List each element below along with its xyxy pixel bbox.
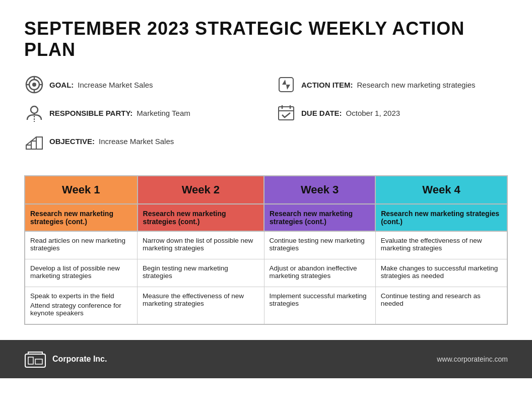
due-label: DUE DATE: xyxy=(301,109,342,117)
svg-point-7 xyxy=(31,106,38,113)
week2-row3-cell: Measure the effectiveness of new marketi… xyxy=(138,287,264,325)
page-title: SEPTEMBER 2023 STRATEGIC WEEKLY ACTION P… xyxy=(24,18,508,60)
footer-brand: Corporate Inc. xyxy=(24,350,107,368)
week2-row2-cell: Begin testing new marketing strategies xyxy=(138,259,264,287)
week3-row3-cell: Implement successful marketing strategie… xyxy=(264,287,375,325)
cell-text: Continue testing and research as needed xyxy=(381,292,502,307)
svg-rect-11 xyxy=(36,137,42,149)
cell-text: Narrow down the list of possible new mar… xyxy=(143,237,258,252)
week4-row3-cell: Continue testing and research as needed xyxy=(375,287,507,325)
svg-rect-9 xyxy=(26,145,31,149)
week1-row2-cell: Develop a list of possible new marketing… xyxy=(25,259,138,287)
goal-icon xyxy=(24,75,44,95)
subheader-row: Research new marketing strategies (cont.… xyxy=(25,204,507,231)
week4-row1-cell: Evaluate the effectiveness of new market… xyxy=(375,231,507,259)
cell-text: Read articles on new marketing strategie… xyxy=(30,237,132,252)
cell-text: Continue testing new marketing strategie… xyxy=(270,237,370,252)
goal-row: GOAL: Increase Market Sales xyxy=(24,75,256,95)
week4-row2-cell: Make changes to successful marketing str… xyxy=(375,259,507,287)
week3-subheader: Research new marketing strategies (cont.… xyxy=(264,204,375,231)
due-value: October 1, 2023 xyxy=(346,109,401,117)
svg-rect-12 xyxy=(279,78,293,92)
week2-row1-cell: Narrow down the list of possible new mar… xyxy=(138,231,264,259)
week1-row3-cell: Speak to experts in the fieldAttend stra… xyxy=(25,287,138,325)
cell-text: Make changes to successful marketing str… xyxy=(381,264,502,280)
week3-row2-cell: Adjust or abandon ineffective marketing … xyxy=(264,259,375,287)
objective-row: OBJECTIVE: Increase Market Sales xyxy=(24,131,256,151)
svg-rect-19 xyxy=(35,359,42,364)
week3-header: Week 3 xyxy=(264,176,375,204)
week1-row1-cell: Read articles on new marketing strategie… xyxy=(25,231,138,259)
cell-text: Speak to experts in the field xyxy=(30,292,132,300)
objective-icon xyxy=(24,131,44,151)
responsible-icon xyxy=(24,103,44,123)
responsible-label: RESPONSIBLE PARTY: xyxy=(49,109,132,117)
due-row: DUE DATE: October 1, 2023 xyxy=(276,103,508,123)
objective-label: OBJECTIVE: xyxy=(49,137,95,146)
svg-rect-10 xyxy=(31,141,36,149)
table-row: Read articles on new marketing strategie… xyxy=(25,231,507,259)
meta-section: GOAL: Increase Market Sales RESPONSIBLE … xyxy=(24,75,508,159)
table-row: Speak to experts in the fieldAttend stra… xyxy=(25,287,507,325)
footer: Corporate Inc. www.corporateinc.com xyxy=(0,340,532,378)
cell-text: Implement successful marketing strategie… xyxy=(270,292,370,307)
goal-value: Increase Market Sales xyxy=(78,81,153,89)
cell-text: Adjust or abandon ineffective marketing … xyxy=(270,264,370,280)
week1-subheader: Research new marketing strategies (cont.… xyxy=(25,204,138,231)
week1-header: Week 1 xyxy=(25,176,138,204)
week2-subheader: Research new marketing strategies (cont.… xyxy=(138,204,264,231)
svg-rect-13 xyxy=(279,107,294,120)
action-icon xyxy=(276,75,296,95)
week2-header: Week 2 xyxy=(138,176,264,204)
footer-url: www.corporateinc.com xyxy=(437,355,508,363)
weekly-table: Week 1 Week 2 Week 3 Week 4 Research new… xyxy=(24,175,508,325)
footer-company-name: Corporate Inc. xyxy=(52,355,107,364)
week-header-row: Week 1 Week 2 Week 3 Week 4 xyxy=(25,176,507,204)
goal-label: GOAL: xyxy=(49,81,74,89)
week4-subheader: Research new marketing strategies (cont.… xyxy=(375,204,507,231)
svg-point-2 xyxy=(32,83,36,87)
week4-header: Week 4 xyxy=(375,176,507,204)
responsible-row: RESPONSIBLE PARTY: Marketing Team xyxy=(24,103,256,123)
due-icon xyxy=(276,103,296,123)
footer-logo-icon xyxy=(24,350,46,368)
cell-text: Begin testing new marketing strategies xyxy=(143,264,258,280)
action-row: ACTION ITEM: Research new marketing stra… xyxy=(276,75,508,95)
responsible-value: Marketing Team xyxy=(137,109,190,117)
objective-value: Increase Market Sales xyxy=(99,137,174,146)
action-value: Research new marketing strategies xyxy=(357,81,476,89)
cell-text: Measure the effectiveness of new marketi… xyxy=(143,292,258,307)
cell-text: Evaluate the effectiveness of new market… xyxy=(381,237,502,252)
table-row: Develop a list of possible new marketing… xyxy=(25,259,507,287)
action-label: ACTION ITEM: xyxy=(301,81,353,89)
week3-row1-cell: Continue testing new marketing strategie… xyxy=(264,231,375,259)
cell-text: Attend strategy conference for keynote s… xyxy=(30,302,132,317)
cell-text: Develop a list of possible new marketing… xyxy=(30,264,132,280)
svg-rect-18 xyxy=(28,357,33,364)
